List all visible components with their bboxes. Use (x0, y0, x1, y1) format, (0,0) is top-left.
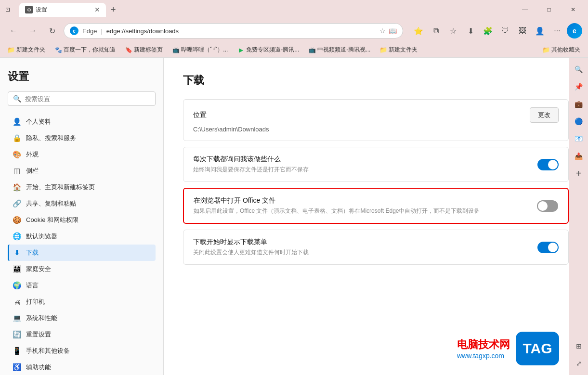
sidebar-briefcase-btn[interactable]: 💼 (571, 96, 587, 112)
sidebar-item-printer[interactable]: 🖨 打印机 (8, 294, 156, 310)
nav-label: 隐私、搜索和服务 (26, 134, 76, 142)
printer-nav-icon: 🖨 (13, 297, 21, 306)
page-title: 下载 (183, 73, 569, 88)
sidebar-search-btn[interactable]: 🔍 (571, 62, 587, 77)
collections-icon[interactable]: ⭐ (411, 23, 426, 39)
address-separator: | (101, 27, 102, 35)
sidebar-item-appearance[interactable]: 🎨 外观 (8, 146, 156, 163)
tab-area: ⚙ 设置 ✕ + (19, 3, 510, 17)
downloads-nav-icon: ⬇ (13, 248, 21, 257)
toolbar-icons: ⭐ ⧉ ☆ ⬇ 🧩 🛡 🖼 👤 ··· e (411, 23, 582, 39)
sidebar-item-downloads[interactable]: ⬇ 下载 (8, 245, 156, 261)
nav-label: 系统和性能 (26, 314, 57, 323)
office-toggle[interactable] (537, 200, 558, 212)
bookmark-item-others[interactable]: 📁 其他收藏夹 (539, 45, 584, 55)
sidebar-item-sidebar[interactable]: ◫ 侧栏 (8, 163, 156, 179)
sidebar-item-start[interactable]: 🏠 开始、主页和新建标签页 (8, 179, 156, 195)
bookmark-item-tencent2[interactable]: 📺 中视频频道-腾讯视... (305, 45, 374, 55)
bookmark-item-folder2[interactable]: 📁 新建文件夹 (376, 45, 421, 55)
sidebar-bottom-icon[interactable]: ⊞ (571, 338, 587, 354)
sidebar-pin-btn[interactable]: 📌 (571, 79, 587, 94)
profile-nav-icon: 👤 (13, 117, 21, 126)
ask-download-toggle[interactable] (537, 159, 559, 170)
nav-label: 下载 (26, 248, 39, 257)
new-tab-btn[interactable]: + (107, 3, 120, 17)
family-nav-icon: 👨‍👩‍👧 (13, 265, 21, 273)
nav-label: 开始、主页和新建标签页 (26, 183, 95, 192)
bookmark-item-newtab[interactable]: 🔖 新建标签页 (121, 45, 167, 55)
maximize-btn[interactable]: □ (538, 2, 560, 17)
bookmark-item-folder1[interactable]: 📁 新建文件夹 (4, 45, 49, 55)
read-icon[interactable]: 📖 (389, 27, 397, 35)
sidebar-outlook-btn[interactable]: 📧 (571, 131, 587, 146)
favorites-icon[interactable]: ☆ (445, 23, 461, 39)
nav-label: 个人资料 (26, 117, 51, 126)
sidebar-item-reset[interactable]: 🔄 重置设置 (8, 326, 156, 343)
titlebar: ⊡ ⚙ 设置 ✕ + — □ ✕ (0, 0, 588, 19)
bookmark-item-baidu[interactable]: 🐾 百度一下，你就知道 (51, 45, 119, 55)
sidebar-item-cookies[interactable]: 🍪 Cookie 和网站权限 (8, 212, 156, 228)
show-download-menu-toggle[interactable] (537, 242, 559, 253)
show-download-menu-row: 下载开始时显示下载菜单 关闭此设置会使人更难知道文件何时开始下载 (193, 238, 559, 257)
sidebar-add-btn[interactable]: + (571, 166, 587, 181)
sidebar-share-btn[interactable]: 📤 (571, 148, 587, 164)
sidebar-item-default[interactable]: 🌐 默认浏览器 (8, 228, 156, 245)
tencent-icon1: ▶ (237, 47, 244, 53)
split-icon[interactable]: ⧉ (428, 23, 444, 39)
office-row: 在浏览器中打开 Office 文件 如果启用此设置，Office 文件（演示文档… (194, 196, 558, 215)
address-right-icons: ☆ 📖 (379, 27, 397, 35)
edge-logo-icon: e (70, 26, 78, 35)
downloads-icon[interactable]: ⬇ (463, 23, 478, 39)
forward-btn[interactable]: → (25, 23, 40, 39)
nav-label: 重置设置 (26, 330, 51, 339)
office-info: 在浏览器中打开 Office 文件 如果启用此设置，Office 文件（演示文档… (194, 196, 537, 215)
accessibility-nav-icon: ♿ (13, 363, 21, 372)
search-box[interactable]: 🔍 (8, 91, 156, 106)
bookmark-label: 新建标签页 (134, 46, 163, 54)
cookies-nav-icon: 🍪 (13, 216, 21, 224)
tab-close-btn[interactable]: ✕ (94, 6, 100, 13)
sidebar-item-system[interactable]: 💻 系统和性能 (8, 310, 156, 326)
sidebar-item-share[interactable]: 🔗 共享、复制和粘贴 (8, 195, 156, 212)
star-icon[interactable]: ☆ (379, 27, 386, 35)
refresh-btn[interactable]: ↻ (44, 23, 60, 39)
minimize-btn[interactable]: — (514, 2, 536, 17)
sidebar-item-privacy[interactable]: 🔒 隐私、搜索和服务 (8, 130, 156, 146)
bookmark-item-bilibili[interactable]: 📺 哔哩哔哩（˘ ³˘）... (169, 45, 232, 55)
nav-label: 打印机 (26, 297, 45, 306)
extensions-icon[interactable]: 🧩 (480, 23, 496, 39)
screenshot-icon[interactable]: 🖼 (515, 23, 530, 39)
ask-download-card: 每次下载都询问我该做些什么 始终询问我是要保存文件还是打开它而不保存 (183, 147, 569, 182)
sidebar-expand-icon[interactable]: ⤢ (571, 356, 587, 371)
sidebar-circle-btn[interactable]: 🔵 (571, 114, 587, 129)
address-bar[interactable]: e Edge | edge://settings/downloads ☆ 📖 (64, 23, 403, 39)
addressbar: ← → ↻ e Edge | edge://settings/downloads… (0, 19, 588, 42)
watermark-tag-box: TAG (516, 332, 559, 365)
window-restore-btn[interactable]: ⊡ (4, 6, 12, 13)
active-tab[interactable]: ⚙ 设置 ✕ (19, 3, 106, 17)
language-nav-icon: 🌍 (13, 281, 21, 290)
content-area: 下载 位置 更改 C:\Users\admin\Downloads 每次下载都询… (164, 58, 588, 375)
newtab-icon: 🔖 (125, 47, 132, 53)
back-btn[interactable]: ← (6, 23, 21, 39)
sidebar-item-accessibility[interactable]: ♿ 辅助功能 (8, 359, 156, 375)
bookmark-item-tencent1[interactable]: ▶ 免费专区频道-腾讯... (234, 45, 303, 55)
sidebar-item-family[interactable]: 👨‍👩‍👧 家庭安全 (8, 261, 156, 277)
more-btn[interactable]: ··· (549, 23, 565, 39)
reset-nav-icon: 🔄 (13, 330, 21, 339)
change-location-btn[interactable]: 更改 (530, 107, 559, 123)
start-nav-icon: 🏠 (13, 183, 21, 192)
browser-essentials-icon[interactable]: 🛡 (497, 23, 513, 39)
show-download-menu-card: 下载开始时显示下载菜单 关闭此设置会使人更难知道文件何时开始下载 (183, 230, 569, 265)
search-input[interactable] (25, 95, 150, 103)
privacy-nav-icon: 🔒 (13, 134, 21, 142)
sidebar-item-phone[interactable]: 📱 手机和其他设备 (8, 343, 156, 359)
copilot-btn[interactable]: e (567, 23, 582, 39)
profile-icon[interactable]: 👤 (532, 23, 548, 39)
sidebar-item-profile[interactable]: 👤 个人资料 (8, 114, 156, 130)
ask-download-row: 每次下载都询问我该做些什么 始终询问我是要保存文件还是打开它而不保存 (193, 155, 559, 174)
close-btn[interactable]: ✕ (562, 2, 584, 17)
nav-label: Cookie 和网站权限 (26, 216, 78, 224)
sidebar-item-language[interactable]: 🌍 语言 (8, 277, 156, 294)
main-area: 设置 🔍 👤 个人资料 🔒 隐私、搜索和服务 🎨 外观 ◫ 侧栏 🏠 开始、主页… (0, 58, 588, 375)
